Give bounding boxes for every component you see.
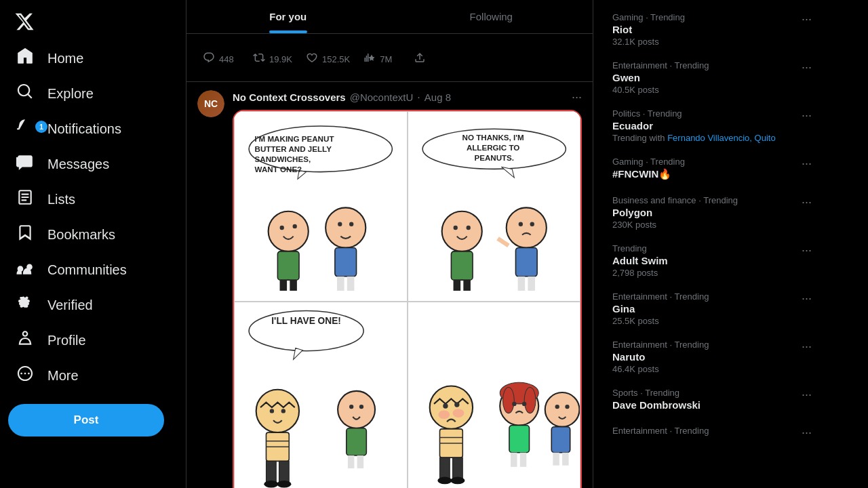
- sidebar-item-profile[interactable]: Profile: [8, 323, 94, 358]
- sidebar-item-bookmarks[interactable]: Bookmarks: [8, 217, 123, 252]
- trending-item-adultswim[interactable]: Trending Adult Swim 2,798 posts ···: [604, 237, 820, 285]
- trending-meta-7: Entertainment · Trending: [612, 291, 709, 302]
- trending-title-2: Gwen: [612, 72, 709, 83]
- trending-link-3[interactable]: Fernando Villavencio, Quito: [667, 133, 775, 143]
- trending-item-naruto[interactable]: Entertainment · Trending Naruto 46.4K po…: [604, 333, 820, 381]
- comic-panel-1: I'M MAKING PEANUT BUTTER AND JELLY SANDW…: [234, 111, 408, 302]
- sidebar-item-notifications-label: Notifications: [47, 121, 121, 137]
- fncwin-icon: 🔥: [658, 168, 671, 180]
- share-action-prev[interactable]: [408, 47, 456, 70]
- bookmarks-icon: [16, 224, 34, 245]
- svg-point-36: [281, 409, 285, 413]
- sidebar-item-explore[interactable]: Explore: [8, 76, 102, 111]
- tweet-more-button[interactable]: ···: [572, 90, 582, 104]
- x-logo[interactable]: [8, 5, 41, 38]
- post-button[interactable]: Post: [8, 404, 164, 436]
- views-count-prev: 7M: [380, 54, 392, 64]
- sidebar-item-verified-label: Verified: [47, 298, 93, 313]
- svg-point-64: [502, 387, 514, 413]
- trending-more-5[interactable]: ···: [802, 195, 812, 209]
- views-action-prev[interactable]: 7M: [358, 47, 406, 70]
- trending-more-3[interactable]: ···: [802, 108, 812, 123]
- sidebar-item-verified[interactable]: Verified: [8, 287, 101, 323]
- sidebar-item-lists[interactable]: Lists: [8, 182, 83, 217]
- sidebar-item-messages[interactable]: Messages: [8, 146, 117, 182]
- sidebar-item-home[interactable]: Home: [8, 41, 92, 76]
- reply-action-prev[interactable]: 448: [197, 47, 245, 70]
- trending-meta-8: Entertainment · Trending: [612, 340, 709, 350]
- notifications-icon: 1: [16, 118, 34, 140]
- svg-point-43: [277, 481, 291, 488]
- trending-item-10[interactable]: Entertainment · Trending ···: [604, 419, 820, 447]
- tweet-comic-content: No Context Crossovers @NocontextU · Aug …: [233, 90, 582, 488]
- trending-more-9[interactable]: ···: [802, 388, 812, 402]
- svg-point-19: [453, 226, 457, 230]
- feed-tabs: For you Following: [186, 0, 593, 34]
- svg-rect-12: [335, 248, 357, 277]
- retweet-action-prev[interactable]: 19.9K: [248, 47, 298, 70]
- svg-point-5: [293, 224, 297, 228]
- trending-more-7[interactable]: ···: [802, 291, 812, 306]
- sidebar-item-more-label: More: [47, 368, 79, 384]
- sidebar-item-notifications[interactable]: 1 Notifications: [8, 111, 130, 146]
- tweet-image: I'M MAKING PEANUT BUTTER AND JELLY SANDW…: [233, 110, 582, 488]
- trending-posts-1: 32.1K posts: [612, 37, 685, 47]
- sidebar-item-more[interactable]: More: [8, 358, 87, 393]
- trending-posts-3: Trending with Fernando Villavencio, Quit…: [612, 133, 776, 143]
- trending-more-10[interactable]: ···: [802, 426, 812, 440]
- svg-rect-40: [266, 461, 276, 483]
- views-icon: [363, 52, 376, 66]
- svg-point-25: [518, 222, 522, 226]
- reply-icon: [203, 52, 215, 66]
- tweet-comic[interactable]: NC No Context Crossovers @NocontextU · A…: [186, 82, 593, 488]
- trending-more-2[interactable]: ···: [802, 60, 812, 75]
- sidebar-item-messages-label: Messages: [47, 157, 109, 172]
- trending-item-ecuador[interactable]: Politics · Trending Ecuador Trending wit…: [604, 102, 820, 150]
- svg-point-73: [565, 405, 569, 409]
- like-count-prev: 152.5K: [322, 54, 350, 64]
- trending-meta-4: Gaming · Trending: [612, 157, 685, 167]
- sidebar-item-home-label: Home: [47, 51, 83, 66]
- trending-more-4[interactable]: ···: [802, 157, 812, 171]
- tweet-prev-actions: 448 19.9K 152.5K 7M: [197, 47, 582, 70]
- trending-item-polygon[interactable]: Business and finance · Trending Polygon …: [604, 188, 820, 237]
- svg-rect-74: [551, 426, 570, 452]
- svg-rect-47: [347, 428, 367, 455]
- trending-more-6[interactable]: ···: [802, 243, 812, 258]
- svg-point-60: [437, 476, 452, 484]
- sidebar-item-lists-label: Lists: [47, 192, 75, 207]
- svg-rect-58: [439, 458, 450, 479]
- svg-rect-69: [511, 452, 517, 466]
- tweet-date: Aug 8: [425, 92, 451, 103]
- main-feed: For you Following 448 19.9K 15: [186, 0, 593, 488]
- trending-item-dombrowski[interactable]: Sports · Trending Dave Dombrowski ···: [604, 381, 820, 419]
- tweet-handle: @NocontextU: [350, 92, 414, 103]
- svg-point-44: [338, 390, 375, 428]
- home-icon: [16, 47, 34, 69]
- trending-title-6: Adult Swim: [612, 255, 668, 266]
- trending-more-8[interactable]: ···: [802, 340, 812, 354]
- svg-point-46: [359, 405, 363, 409]
- svg-point-71: [545, 392, 579, 427]
- tab-for-you[interactable]: For you: [186, 0, 390, 33]
- trending-item-riot[interactable]: Gaming · Trending Riot 32.1K posts ···: [604, 5, 820, 54]
- trending-posts-7: 25.5K posts: [612, 316, 709, 326]
- svg-point-11: [349, 222, 353, 226]
- svg-text:I'LL HAVE ONE!: I'LL HAVE ONE!: [271, 315, 341, 325]
- tweet-1[interactable]: 448 19.9K 152.5K 7M: [186, 34, 593, 82]
- svg-point-34: [256, 389, 299, 432]
- trending-title-3: Ecuador: [612, 120, 776, 131]
- trending-item-fncwin[interactable]: Gaming · Trending #FNCWIN🔥 ···: [604, 150, 820, 188]
- trending-item-gina[interactable]: Entertainment · Trending Gina 25.5K post…: [604, 285, 820, 333]
- tweet-avatar: NC: [197, 90, 224, 117]
- tab-following[interactable]: Following: [390, 0, 593, 33]
- trending-more-1[interactable]: ···: [802, 12, 812, 26]
- trending-meta-9: Sports · Trending: [612, 388, 701, 398]
- svg-rect-70: [519, 452, 526, 466]
- sidebar-item-communities[interactable]: Communities: [8, 252, 135, 287]
- trending-title-1: Riot: [612, 24, 685, 35]
- trending-meta-5: Business and finance · Trending: [612, 195, 738, 205]
- retweet-count-prev: 19.9K: [269, 54, 292, 64]
- trending-item-gwen[interactable]: Entertainment · Trending Gwen 40.5K post…: [604, 54, 820, 102]
- like-action-prev[interactable]: 152.5K: [300, 47, 355, 70]
